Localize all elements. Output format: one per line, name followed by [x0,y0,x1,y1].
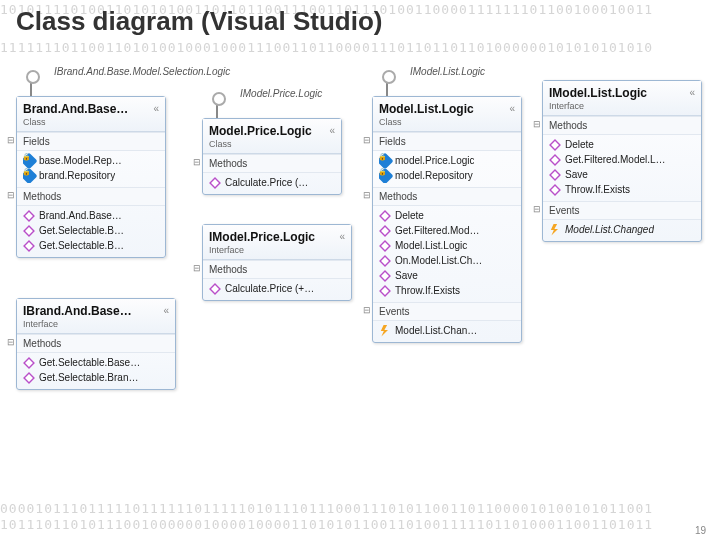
method-member[interactable]: Get.Filtered.Model.L… [549,152,697,167]
member-label: Get.Selectable.B… [39,240,124,251]
interface-box-imodel-list[interactable]: IModel.List.Logic Interface « Methods De… [542,80,702,242]
class-name: Brand.And.Base… [23,102,159,116]
class-stereotype: Class [209,139,335,149]
member-label: Get.Filtered.Model.L… [565,154,666,165]
box-header[interactable]: Model.Price.Logic Class « [203,119,341,154]
method-member[interactable]: Get.Filtered.Mod… [379,223,517,238]
member-label: On.Model.List.Ch… [395,255,482,266]
page-number: 19 [695,525,706,536]
event-icon [379,325,391,337]
section-fields[interactable]: Fields [373,132,521,151]
method-member[interactable]: Delete [549,137,697,152]
bg-bits: 0000101110111110111111011111010111011100… [0,501,720,516]
method-member[interactable]: Get.Selectable.B… [23,238,161,253]
box-header[interactable]: IBrand.And.Base… Interface « [17,299,175,334]
bg-bits: 1011101101011100100000010000100001101010… [0,517,720,532]
collapse-chevron-icon[interactable]: « [329,125,335,136]
section-methods[interactable]: Methods [203,260,351,279]
method-icon [549,184,561,196]
diagram-canvas[interactable]: IBrand.And.Base.Model.Selection.Logic Br… [16,62,704,496]
section-fields[interactable]: Fields [17,132,165,151]
method-icon [23,240,35,252]
section-methods[interactable]: Methods [17,334,175,353]
class-name: Model.Price.Logic [209,124,335,138]
method-icon [379,210,391,222]
interface-stereotype: Interface [209,245,345,255]
member-label: Calculate.Price (+… [225,283,314,294]
method-member[interactable]: Calculate.Price (+… [209,281,347,296]
class-box-model-price[interactable]: IModel.Price.Logic Model.Price.Logic Cla… [202,102,342,195]
method-member[interactable]: Get.Selectable.Bran… [23,370,171,385]
section-methods[interactable]: Methods [543,116,701,135]
event-icon [549,224,561,236]
method-icon [23,357,35,369]
member-label: model.Price.Logic [395,155,474,166]
field-member[interactable]: model.Repository [379,168,517,183]
event-member[interactable]: Model.List.Changed [549,222,697,237]
member-label: Model.List.Changed [565,224,654,235]
member-label: Model.List.Logic [395,240,467,251]
collapse-chevron-icon[interactable]: « [689,87,695,98]
field-private-icon [23,153,37,168]
method-icon [209,177,221,189]
section-events[interactable]: Events [373,302,521,321]
method-member[interactable]: Get.Selectable.Base… [23,355,171,370]
member-label: Save [395,270,418,281]
method-icon [209,283,221,295]
method-icon [379,285,391,297]
box-header[interactable]: IModel.List.Logic Interface « [543,81,701,116]
interface-stereotype: Interface [23,319,169,329]
box-header[interactable]: IModel.Price.Logic Interface « [203,225,351,260]
member-label: Get.Selectable.Bran… [39,372,139,383]
collapse-chevron-icon[interactable]: « [153,103,159,114]
collapse-chevron-icon[interactable]: « [339,231,345,242]
field-member[interactable]: model.Price.Logic [379,153,517,168]
method-member[interactable]: Throw.If.Exists [379,283,517,298]
event-member[interactable]: Model.List.Chan… [379,323,517,338]
method-member[interactable]: Get.Selectable.B… [23,223,161,238]
method-member[interactable]: Save [379,268,517,283]
method-member[interactable]: Model.List.Logic [379,238,517,253]
method-member[interactable]: Delete [379,208,517,223]
method-icon [23,225,35,237]
member-label: Calculate.Price (… [225,177,308,188]
method-member[interactable]: Save [549,167,697,182]
interface-box-imodel-price[interactable]: IModel.Price.Logic Interface « Methods C… [202,224,352,301]
section-events[interactable]: Events [543,201,701,220]
box-header[interactable]: Model.List.Logic Class « [373,97,521,132]
field-member[interactable]: brand.Repository [23,168,161,183]
method-icon [23,210,35,222]
box-header[interactable]: Brand.And.Base… Class « [17,97,165,132]
collapse-chevron-icon[interactable]: « [163,305,169,316]
section-methods[interactable]: Methods [17,187,165,206]
interface-name: IModel.List.Logic [549,86,695,100]
method-private-icon [379,255,391,267]
section-methods[interactable]: Methods [203,154,341,173]
class-stereotype: Class [23,117,159,127]
method-member[interactable]: Brand.And.Base… [23,208,161,223]
class-name: Model.List.Logic [379,102,515,116]
field-member[interactable]: base.Model.Rep… [23,153,161,168]
interface-stereotype: Interface [549,101,695,111]
interface-box-ibrand-base[interactable]: IBrand.And.Base… Interface « Methods Get… [16,298,176,390]
method-member[interactable]: Calculate.Price (… [209,175,337,190]
class-box-model-list[interactable]: IModel.List.Logic Model.List.Logic Class… [372,80,522,343]
member-label: Delete [565,139,594,150]
collapse-chevron-icon[interactable]: « [509,103,515,114]
class-box-brand-base[interactable]: IBrand.And.Base.Model.Selection.Logic Br… [16,80,166,258]
section-methods[interactable]: Methods [373,187,521,206]
method-icon [549,154,561,166]
method-member[interactable]: On.Model.List.Ch… [379,253,517,268]
lollipop-label: IModel.List.Logic [410,66,485,77]
lollipop-icon: IBrand.And.Base.Model.Selection.Logic [30,80,32,96]
method-member[interactable]: Throw.If.Exists [549,182,697,197]
member-label: brand.Repository [39,170,115,181]
member-label: Throw.If.Exists [395,285,460,296]
method-icon [379,225,391,237]
lollipop-label: IModel.Price.Logic [240,88,322,99]
member-label: Delete [395,210,424,221]
lollipop-label: IBrand.And.Base.Model.Selection.Logic [54,66,230,77]
member-label: base.Model.Rep… [39,155,122,166]
method-icon [549,139,561,151]
class-stereotype: Class [379,117,515,127]
